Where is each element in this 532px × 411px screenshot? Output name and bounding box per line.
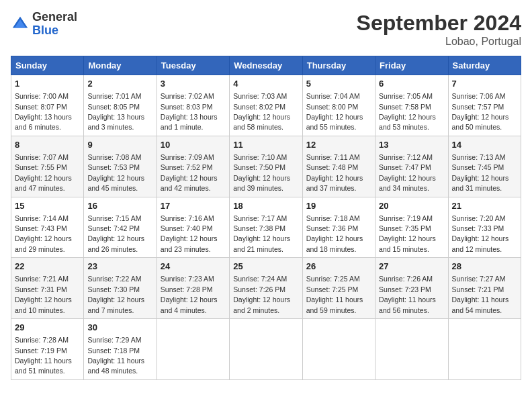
day-detail: Sunrise: 7:13 AMSunset: 7:45 PMDaylight:… [452,153,509,192]
day-detail: Sunrise: 7:10 AMSunset: 7:50 PMDaylight:… [233,153,290,192]
calendar-day-cell: 25 Sunrise: 7:24 AMSunset: 7:26 PMDaylig… [230,258,302,319]
calendar-day-cell: 2 Sunrise: 7:01 AMSunset: 8:05 PMDayligh… [84,75,157,136]
day-detail: Sunrise: 7:28 AMSunset: 7:19 PMDaylight:… [15,336,72,375]
day-number: 7 [452,78,517,90]
day-detail: Sunrise: 7:22 AMSunset: 7:30 PMDaylight:… [87,275,144,314]
calendar-day-cell: 6 Sunrise: 7:05 AMSunset: 7:58 PMDayligh… [375,75,448,136]
day-detail: Sunrise: 7:08 AMSunset: 7:53 PMDaylight:… [87,153,144,192]
day-number: 5 [306,78,371,90]
day-number: 26 [306,261,371,273]
day-number: 17 [161,200,226,212]
day-number: 4 [233,78,298,90]
day-number: 16 [87,200,152,212]
day-detail: Sunrise: 7:19 AMSunset: 7:35 PMDaylight:… [379,214,436,253]
day-detail: Sunrise: 7:23 AMSunset: 7:28 PMDaylight:… [161,275,218,314]
calendar-day-cell: 19 Sunrise: 7:18 AMSunset: 7:36 PMDaylig… [302,197,375,258]
day-detail: Sunrise: 7:11 AMSunset: 7:48 PMDaylight:… [306,153,363,192]
calendar-week-row: 8 Sunrise: 7:07 AMSunset: 7:55 PMDayligh… [11,136,521,197]
calendar-day-cell [157,319,229,380]
calendar-day-cell: 28 Sunrise: 7:27 AMSunset: 7:21 PMDaylig… [448,258,521,319]
day-number: 6 [379,78,444,90]
day-detail: Sunrise: 7:17 AMSunset: 7:38 PMDaylight:… [233,214,290,253]
calendar-day-cell: 22 Sunrise: 7:21 AMSunset: 7:31 PMDaylig… [11,258,84,319]
day-detail: Sunrise: 7:18 AMSunset: 7:36 PMDaylight:… [306,214,363,253]
calendar-week-row: 22 Sunrise: 7:21 AMSunset: 7:31 PMDaylig… [11,258,521,319]
calendar-day-cell: 17 Sunrise: 7:16 AMSunset: 7:40 PMDaylig… [157,197,229,258]
calendar-week-row: 15 Sunrise: 7:14 AMSunset: 7:43 PMDaylig… [11,197,521,258]
day-number: 12 [306,139,371,151]
day-number: 20 [379,200,444,212]
calendar-week-row: 1 Sunrise: 7:00 AMSunset: 8:07 PMDayligh… [11,75,521,136]
calendar-day-cell: 1 Sunrise: 7:00 AMSunset: 8:07 PMDayligh… [11,75,84,136]
day-detail: Sunrise: 7:27 AMSunset: 7:21 PMDaylight:… [452,275,509,314]
calendar-day-cell: 21 Sunrise: 7:20 AMSunset: 7:33 PMDaylig… [448,197,521,258]
day-detail: Sunrise: 7:00 AMSunset: 8:07 PMDaylight:… [15,92,72,131]
calendar-day-cell: 4 Sunrise: 7:03 AMSunset: 8:02 PMDayligh… [230,75,302,136]
logo-blue: Blue [32,24,77,38]
day-detail: Sunrise: 7:01 AMSunset: 8:05 PMDaylight:… [87,92,144,131]
weekday-header: Monday [84,56,157,75]
calendar-day-cell: 8 Sunrise: 7:07 AMSunset: 7:55 PMDayligh… [11,136,84,197]
calendar-day-cell: 5 Sunrise: 7:04 AMSunset: 8:00 PMDayligh… [302,75,375,136]
calendar-day-cell [230,319,302,380]
calendar-day-cell: 24 Sunrise: 7:23 AMSunset: 7:28 PMDaylig… [157,258,229,319]
day-number: 15 [15,200,80,212]
day-number: 14 [452,139,517,151]
day-number: 11 [233,139,298,151]
day-number: 10 [161,139,226,151]
day-number: 2 [87,78,152,90]
day-detail: Sunrise: 7:24 AMSunset: 7:26 PMDaylight:… [233,275,290,314]
day-detail: Sunrise: 7:04 AMSunset: 8:00 PMDaylight:… [306,92,363,131]
day-number: 25 [233,261,298,273]
day-detail: Sunrise: 7:15 AMSunset: 7:42 PMDaylight:… [87,214,144,253]
day-number: 29 [15,322,80,334]
calendar-day-cell: 13 Sunrise: 7:12 AMSunset: 7:47 PMDaylig… [375,136,448,197]
calendar-week-row: 29 Sunrise: 7:28 AMSunset: 7:19 PMDaylig… [11,319,521,380]
weekday-header: Sunday [11,56,84,75]
logo-general: General [32,11,77,24]
page-header: General Blue September 2024 Lobao, Portu… [11,11,521,48]
day-detail: Sunrise: 7:05 AMSunset: 7:58 PMDaylight:… [379,92,436,131]
title-area: September 2024 Lobao, Portugal [357,11,521,48]
day-detail: Sunrise: 7:26 AMSunset: 7:23 PMDaylight:… [379,275,436,314]
day-number: 28 [452,261,517,273]
day-number: 23 [87,261,152,273]
calendar-day-cell [375,319,448,380]
weekday-header: Tuesday [157,56,229,75]
weekday-header: Saturday [448,56,521,75]
day-detail: Sunrise: 7:29 AMSunset: 7:18 PMDaylight:… [87,336,144,375]
calendar-day-cell: 30 Sunrise: 7:29 AMSunset: 7:18 PMDaylig… [84,319,157,380]
day-detail: Sunrise: 7:14 AMSunset: 7:43 PMDaylight:… [15,214,72,253]
month-title: September 2024 [357,11,521,36]
day-number: 13 [379,139,444,151]
day-detail: Sunrise: 7:21 AMSunset: 7:31 PMDaylight:… [15,275,72,314]
calendar-day-cell [448,319,521,380]
calendar-day-cell: 3 Sunrise: 7:02 AMSunset: 8:03 PMDayligh… [157,75,229,136]
calendar-day-cell: 11 Sunrise: 7:10 AMSunset: 7:50 PMDaylig… [230,136,302,197]
calendar-day-cell: 7 Sunrise: 7:06 AMSunset: 7:57 PMDayligh… [448,75,521,136]
calendar-day-cell: 26 Sunrise: 7:25 AMSunset: 7:25 PMDaylig… [302,258,375,319]
day-detail: Sunrise: 7:25 AMSunset: 7:25 PMDaylight:… [306,275,363,314]
calendar-day-cell: 12 Sunrise: 7:11 AMSunset: 7:48 PMDaylig… [302,136,375,197]
calendar-day-cell: 20 Sunrise: 7:19 AMSunset: 7:35 PMDaylig… [375,197,448,258]
day-number: 1 [15,78,80,90]
calendar-day-cell: 23 Sunrise: 7:22 AMSunset: 7:30 PMDaylig… [84,258,157,319]
calendar-day-cell: 15 Sunrise: 7:14 AMSunset: 7:43 PMDaylig… [11,197,84,258]
weekday-header: Thursday [302,56,375,75]
day-detail: Sunrise: 7:07 AMSunset: 7:55 PMDaylight:… [15,153,72,192]
calendar-day-cell: 16 Sunrise: 7:15 AMSunset: 7:42 PMDaylig… [84,197,157,258]
day-number: 27 [379,261,444,273]
day-detail: Sunrise: 7:09 AMSunset: 7:52 PMDaylight:… [161,153,218,192]
day-number: 21 [452,200,517,212]
logo: General Blue [11,11,77,38]
calendar-day-cell: 9 Sunrise: 7:08 AMSunset: 7:53 PMDayligh… [84,136,157,197]
logo-icon [11,15,30,34]
day-number: 22 [15,261,80,273]
calendar-day-cell [302,319,375,380]
day-detail: Sunrise: 7:12 AMSunset: 7:47 PMDaylight:… [379,153,436,192]
day-detail: Sunrise: 7:20 AMSunset: 7:33 PMDaylight:… [452,214,509,253]
location: Lobao, Portugal [357,36,521,48]
calendar-day-cell: 18 Sunrise: 7:17 AMSunset: 7:38 PMDaylig… [230,197,302,258]
day-number: 19 [306,200,371,212]
day-detail: Sunrise: 7:16 AMSunset: 7:40 PMDaylight:… [161,214,218,253]
